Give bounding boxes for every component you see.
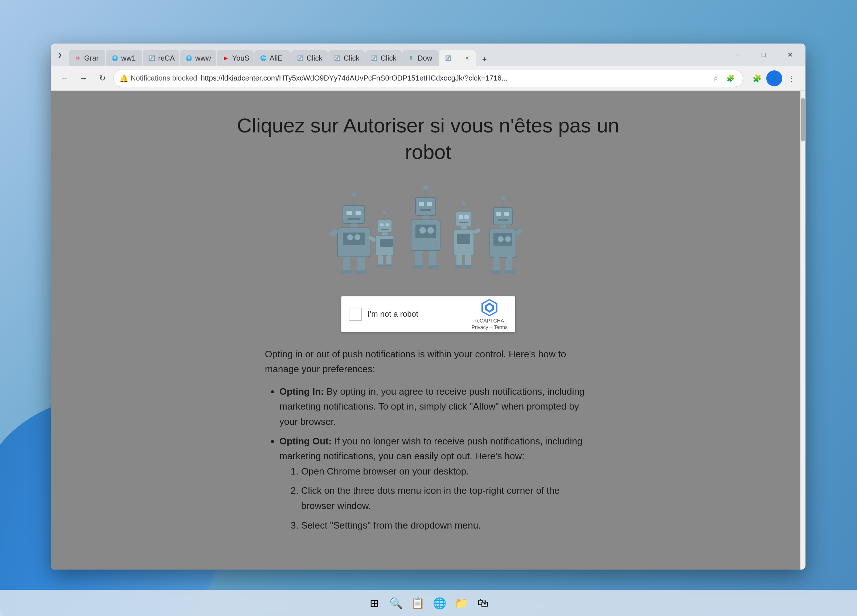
svg-rect-57	[464, 265, 473, 268]
tab-aliexpress[interactable]: 🌐 AliE	[254, 50, 291, 66]
step-1: Open Chrome browser on your desktop.	[301, 464, 591, 479]
tab-favicon-recaptcha: 🔄	[147, 54, 156, 62]
svg-point-1	[351, 192, 356, 197]
bullet-list: Opting In: By opting in, you agree to re…	[279, 384, 591, 533]
svg-rect-42	[429, 251, 436, 266]
taskbar-widgets[interactable]: 📋	[408, 593, 427, 612]
svg-rect-8	[343, 232, 365, 245]
toolbar-icons: 🧩 👤 ⋮	[749, 70, 800, 86]
tab-ww1[interactable]: 🌐 ww1	[106, 50, 142, 66]
svg-rect-47	[456, 212, 472, 226]
extensions-button[interactable]: 🧩	[724, 72, 737, 85]
tab-gmail[interactable]: ✉ Grar	[69, 50, 105, 66]
tab-favicon-click3: 🔄	[370, 54, 378, 62]
close-button[interactable]: ✕	[777, 47, 803, 63]
taskbar-edge[interactable]: 🌐	[430, 593, 449, 612]
tab-recaptcha[interactable]: 🔄 reCA	[143, 50, 179, 66]
svg-point-31	[423, 185, 428, 190]
recaptcha-privacy-link[interactable]: Privacy	[472, 324, 488, 330]
tab-favicon-gmail: ✉	[73, 54, 82, 62]
step-2: Click on the three dots menu icon in the…	[301, 483, 591, 513]
tab-favicon-download: ⬇	[407, 54, 415, 62]
notification-blocked-icon: 🔔	[119, 74, 128, 83]
svg-rect-4	[356, 211, 361, 215]
minimize-button[interactable]: ─	[725, 47, 750, 63]
svg-rect-73	[505, 270, 515, 274]
svg-rect-65	[500, 225, 506, 229]
window-controls: ─ □ ✕	[725, 47, 803, 63]
address-bar[interactable]: 🔔 Notifications blocked https://ldkiadce…	[113, 70, 743, 87]
svg-rect-32	[415, 197, 436, 215]
svg-point-10	[354, 234, 360, 240]
opting-in-text: By opting in, you agree to receive push …	[279, 386, 585, 427]
svg-rect-62	[497, 212, 501, 216]
recaptcha-widget[interactable]: I'm not a robot reCAPTCHA Privacy – Term…	[341, 296, 515, 332]
svg-rect-20	[386, 223, 389, 226]
notification-blocked-indicator[interactable]: 🔔 Notifications blocked	[119, 74, 197, 83]
taskbar-search[interactable]: 🔍	[387, 593, 405, 612]
profile-button[interactable]: 👤	[766, 70, 782, 86]
robot-illustration	[319, 180, 537, 289]
scrollbar-thumb[interactable]	[801, 98, 805, 141]
tab-click3[interactable]: 🔄 Click	[365, 50, 402, 66]
extensions-toolbar-button[interactable]: 🧩	[749, 70, 765, 86]
tab-current[interactable]: 🔄 ✕	[439, 50, 476, 66]
scrollbar-track[interactable]	[800, 91, 806, 570]
svg-rect-27	[376, 265, 384, 267]
taskbar-start[interactable]: ⊞	[365, 593, 384, 612]
tab-favicon-www: 🌐	[184, 54, 193, 62]
recaptcha-separator: –	[489, 324, 493, 330]
svg-point-68	[498, 236, 504, 242]
new-tab-button[interactable]: +	[478, 53, 491, 66]
svg-rect-49	[464, 215, 469, 219]
recaptcha-brand: reCAPTCHA	[475, 318, 504, 323]
svg-rect-11	[343, 257, 350, 271]
svg-point-60	[501, 196, 505, 200]
svg-rect-48	[459, 215, 463, 219]
tab-title-youtube: YouS	[232, 54, 249, 62]
svg-rect-55	[465, 255, 471, 267]
tab-youtube[interactable]: ▶ YouS	[217, 50, 254, 66]
tab-title-aliexpress: AliE	[269, 54, 286, 62]
title-bar: ❯ ✉ Grar 🌐 ww1 🔄 reCA 🌐 www	[51, 43, 806, 66]
taskbar-files[interactable]: 📁	[452, 593, 470, 612]
svg-rect-18	[377, 220, 392, 232]
svg-rect-22	[382, 232, 387, 235]
taskbar-store[interactable]: 🛍	[473, 593, 492, 612]
menu-button[interactable]: ⋮	[784, 70, 800, 86]
svg-rect-14	[356, 270, 367, 274]
opting-out-item: Opting Out: If you no longer wish to rec…	[279, 434, 591, 533]
tab-title-ww1: ww1	[121, 54, 138, 62]
url-display: https://ldkiadcenter.com/HTy5xcWdO9DYy74…	[201, 74, 706, 82]
tab-download[interactable]: ⬇ Dow	[402, 50, 439, 66]
svg-rect-6	[351, 223, 357, 228]
refresh-button[interactable]: ↻	[94, 70, 110, 86]
svg-point-9	[347, 234, 353, 240]
step-3: Select "Settings" from the dropdown menu…	[301, 518, 591, 533]
svg-rect-50	[459, 222, 468, 223]
svg-rect-3	[347, 211, 352, 215]
tab-title-www: www	[195, 54, 212, 62]
bookmark-button[interactable]: ☆	[709, 72, 722, 85]
tab-dropdown-button[interactable]: ❯	[54, 49, 66, 61]
recaptcha-links: Privacy – Terms	[472, 324, 507, 330]
recaptcha-terms-link[interactable]: Terms	[494, 324, 507, 330]
svg-rect-44	[428, 265, 438, 269]
captcha-checkbox[interactable]	[349, 308, 362, 321]
maximize-button[interactable]: □	[751, 47, 777, 63]
tab-close-button[interactable]: ✕	[463, 54, 471, 62]
tab-title-click2: Click	[343, 54, 360, 62]
page-body: Opting in or out of push notifications i…	[265, 347, 591, 539]
svg-rect-25	[378, 255, 383, 266]
tab-click1[interactable]: 🔄 Click	[291, 50, 328, 66]
forward-button[interactable]: →	[76, 70, 91, 86]
svg-rect-24	[380, 239, 393, 247]
tab-www[interactable]: 🌐 www	[180, 50, 216, 66]
opting-in-item: Opting In: By opting in, you agree to re…	[279, 384, 591, 430]
tab-click2[interactable]: 🔄 Click	[328, 50, 365, 66]
navigation-bar: ← → ↻ 🔔 Notifications blocked https://ld…	[51, 66, 806, 91]
back-button[interactable]: ←	[57, 70, 73, 86]
tab-bar-controls: ❯	[54, 49, 66, 61]
tab-title-recaptcha: reCA	[158, 54, 175, 62]
svg-rect-53	[457, 234, 470, 244]
